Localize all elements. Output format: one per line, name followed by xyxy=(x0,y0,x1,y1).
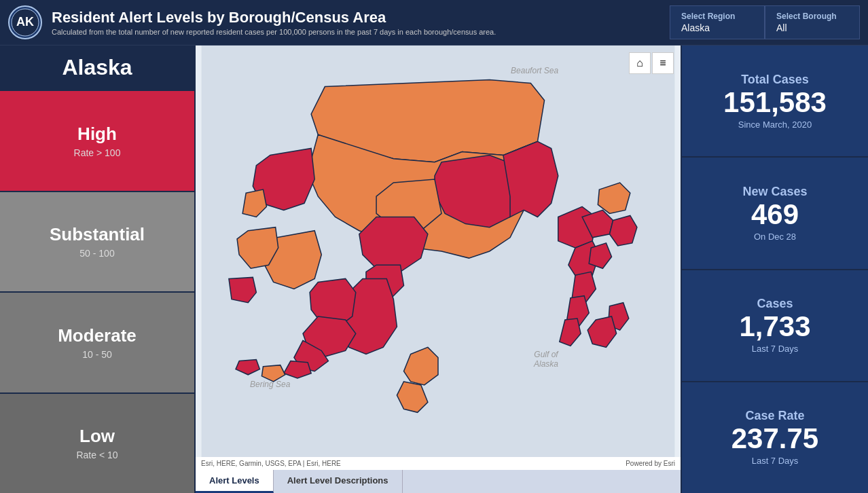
header: AK Resident Alert Levels by Borough/Cens… xyxy=(0,0,868,45)
new-cases-label: New Cases xyxy=(742,185,807,199)
map-controls: ⌂ ≡ xyxy=(629,52,674,74)
alert-card-moderate: Moderate 10 - 50 xyxy=(0,291,194,392)
powered-by-text: Powered by Esri xyxy=(626,460,675,467)
beaufort-sea-label: Beaufort Sea xyxy=(511,66,558,75)
alert-card-low: Low Rate < 10 xyxy=(0,392,194,494)
case-rate-value: 237.75 xyxy=(731,423,818,454)
map-home-button[interactable]: ⌂ xyxy=(629,52,651,74)
state-seal-icon: AK xyxy=(8,5,42,39)
attribution-text: Esri, HERE, Garmin, USGS, EPA | Esri, HE… xyxy=(201,460,341,467)
tab-alert-levels[interactable]: Alert Levels xyxy=(196,470,274,493)
alert-level-substantial-range: 50 - 100 xyxy=(79,248,114,259)
alaska-map-svg xyxy=(196,45,681,457)
stat-card-total-cases: Total Cases 151,583 Since March, 2020 xyxy=(682,45,868,158)
alert-card-high: High Rate > 100 xyxy=(0,90,194,191)
stat-card-new-cases: New Cases 469 On Dec 28 xyxy=(682,158,868,270)
sidebar-region-title: Alaska xyxy=(0,45,194,90)
region-selector-label: Select Region xyxy=(681,12,753,21)
sidebar: Alaska High Rate > 100 Substantial 50 - … xyxy=(0,45,194,493)
map-attribution-bar: Esri, HERE, Garmin, USGS, EPA | Esri, HE… xyxy=(196,457,681,470)
cases-sublabel: Last 7 Days xyxy=(752,344,799,354)
header-title-block: Resident Alert Levels by Borough/Census … xyxy=(52,9,670,36)
alert-level-moderate-range: 10 - 50 xyxy=(82,349,112,360)
alert-level-low-title: Low xyxy=(79,426,115,447)
header-selectors: Select Region Alaska Select Borough All xyxy=(670,5,860,39)
region-selector[interactable]: Select Region Alaska xyxy=(670,5,765,39)
case-rate-label: Case Rate xyxy=(745,409,804,423)
stats-panel: Total Cases 151,583 Since March, 2020 Ne… xyxy=(682,45,868,493)
borough-selector-value: All xyxy=(776,22,848,33)
case-rate-sublabel: Last 7 Days xyxy=(752,456,799,466)
map-area: ⌂ ≡ Beaufort Sea Bering Sea Gulf ofAlask… xyxy=(194,45,682,493)
alert-level-high-title: High xyxy=(77,124,117,145)
new-cases-sublabel: On Dec 28 xyxy=(754,232,796,242)
alert-level-substantial-title: Substantial xyxy=(50,224,145,245)
page-subtitle: Calculated from the total number of new … xyxy=(52,28,670,36)
alert-level-moderate-title: Moderate xyxy=(58,325,137,346)
stat-card-case-rate: Case Rate 237.75 Last 7 Days xyxy=(682,382,868,493)
alert-card-substantial: Substantial 50 - 100 xyxy=(0,191,194,292)
main-body: Alaska High Rate > 100 Substantial 50 - … xyxy=(0,45,868,493)
new-cases-value: 469 xyxy=(751,199,799,230)
map-tabs: Alert Levels Alert Level Descriptions xyxy=(196,470,681,493)
total-cases-sublabel: Since March, 2020 xyxy=(738,120,812,130)
cases-label: Cases xyxy=(757,297,793,311)
region-selector-value: Alaska xyxy=(681,22,753,33)
borough-selector-label: Select Borough xyxy=(776,12,848,21)
svg-text:AK: AK xyxy=(16,15,34,29)
map-list-button[interactable]: ≡ xyxy=(652,52,674,74)
alert-level-low-range: Rate < 10 xyxy=(76,450,117,460)
total-cases-value: 151,583 xyxy=(723,87,827,118)
stat-card-cases: Cases 1,733 Last 7 Days xyxy=(682,270,868,382)
alert-level-high-range: Rate > 100 xyxy=(74,147,121,158)
tab-alert-level-descriptions[interactable]: Alert Level Descriptions xyxy=(274,470,403,493)
map-container[interactable]: ⌂ ≡ Beaufort Sea Bering Sea Gulf ofAlask… xyxy=(196,45,681,457)
total-cases-label: Total Cases xyxy=(741,73,809,87)
cases-value: 1,733 xyxy=(739,311,810,342)
borough-selector[interactable]: Select Borough All xyxy=(765,5,860,39)
gulf-of-alaska-label: Gulf ofAlaska xyxy=(534,350,558,369)
page-title: Resident Alert Levels by Borough/Census … xyxy=(52,9,670,26)
bering-sea-label: Bering Sea xyxy=(250,380,290,389)
